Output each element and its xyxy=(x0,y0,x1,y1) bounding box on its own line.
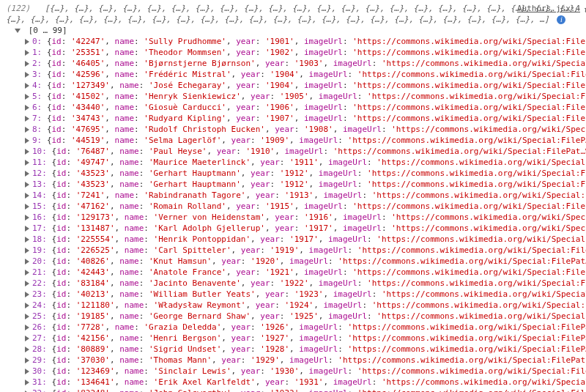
info-icon[interactable]: i xyxy=(557,15,565,24)
row-index: 30: xyxy=(32,366,47,376)
row-index: 25: xyxy=(32,311,47,321)
console-object-row[interactable]: 3: {id: '42596', name: 'Frédéric Mistral… xyxy=(25,69,586,80)
console-object-row[interactable]: 2: {id: '46405', name: 'Bjørnstjerne Bjø… xyxy=(25,58,586,69)
disclosure-triangle-icon[interactable] xyxy=(25,270,29,275)
group-label: [0 … 99] xyxy=(29,26,67,35)
console-object-row[interactable]: 19: {id: '226525', name: 'Carl Spitteler… xyxy=(25,245,586,256)
row-index: 9: xyxy=(32,136,42,145)
row-index: 12: xyxy=(32,169,47,178)
group-0-99[interactable]: [0 … 99] xyxy=(0,25,586,36)
console-object-row[interactable]: 20: {id: '40826', name: 'Knut Hamsun', y… xyxy=(25,256,586,267)
array-length: (122) xyxy=(6,4,30,13)
row-index: 31: xyxy=(32,377,47,387)
disclosure-triangle-icon[interactable] xyxy=(25,160,29,166)
array-preview: [{…}, {…}, {…}, {…}, {…}, {…}, {…}, {…},… xyxy=(45,4,586,13)
row-index: 19: xyxy=(32,245,47,255)
disclosure-triangle-icon[interactable] xyxy=(25,50,29,56)
console-object-row[interactable]: 18: {id: '225554', name: 'Henrik Pontopp… xyxy=(25,234,586,245)
console-object-row[interactable]: 1: {id: '25351', name: 'Theodor Mommsen'… xyxy=(25,47,586,58)
console-object-row[interactable]: 6: {id: '43440', name: 'Giosuè Carducci'… xyxy=(25,102,586,113)
row-index: 17: xyxy=(32,223,47,233)
console-object-row[interactable]: 12: {id: '43523', name: 'Gerhart Hauptma… xyxy=(25,168,586,179)
row-index: 10: xyxy=(32,147,47,156)
row-index: 3: xyxy=(32,70,42,79)
console-object-row[interactable]: 30: {id: '123469', name: 'Sinclair Lewis… xyxy=(25,366,586,377)
row-index: 22: xyxy=(32,278,47,288)
disclosure-triangle-icon[interactable] xyxy=(25,336,29,341)
row-index: 13: xyxy=(32,180,47,189)
console-object-row[interactable]: 32: {id: '82248', name: 'John Galsworthy… xyxy=(25,388,586,392)
disclosure-triangle-icon[interactable] xyxy=(25,347,29,352)
console-object-row[interactable]: 25: {id: '19185', name: 'George Bernard … xyxy=(25,311,586,322)
console-object-row[interactable]: 22: {id: '83184', name: 'Jacinto Benaven… xyxy=(25,278,586,289)
row-index: 6: xyxy=(32,103,42,112)
row-index: 0: xyxy=(32,37,42,46)
row-index: 11: xyxy=(32,158,47,167)
disclosure-triangle-icon[interactable] xyxy=(25,314,29,319)
disclosure-triangle-icon[interactable] xyxy=(25,61,29,67)
console-object-row[interactable]: 14: {id: '7241', name: 'Rabindranath Tag… xyxy=(25,190,586,201)
array-preview-continued: {…}, {…}, {…}, {…}, {…}, {…}, {…}, {…}, … xyxy=(6,15,549,24)
console-object-row[interactable]: 0: {id: '42247', name: 'Sully Prudhomme'… xyxy=(25,36,586,47)
console-object-row[interactable]: 29: {id: '37030', name: 'Thomas Mann', y… xyxy=(25,355,586,366)
disclosure-triangle-icon[interactable] xyxy=(25,149,29,155)
disclosure-triangle-icon[interactable] xyxy=(25,248,29,254)
console-object-row[interactable]: 27: {id: '42156', name: 'Henri Bergson',… xyxy=(25,333,586,344)
disclosure-triangle-icon[interactable] xyxy=(25,369,29,374)
disclosure-triangle-icon[interactable] xyxy=(25,325,29,330)
console-object-row[interactable]: 23: {id: '40213', name: 'William Butler … xyxy=(25,289,586,300)
console-object-row[interactable]: 11: {id: '49747', name: 'Maurice Maeterl… xyxy=(25,157,586,168)
console-object-row[interactable]: 5: {id: '41502', name: 'Henryk Sienkiewi… xyxy=(25,91,586,102)
disclosure-triangle-icon[interactable] xyxy=(25,237,29,243)
console-object-row[interactable]: 26: {id: '7728', name: 'Grazia Deledda',… xyxy=(25,322,586,333)
disclosure-triangle-icon[interactable] xyxy=(25,39,29,45)
console-object-row[interactable]: 16: {id: '129173', name: 'Verner von Hei… xyxy=(25,212,586,223)
disclosure-triangle-icon[interactable] xyxy=(25,116,29,122)
console-object-row[interactable]: 31: {id: '134641', name: 'Erik Axel Karl… xyxy=(25,377,586,388)
disclosure-triangle-icon[interactable] xyxy=(25,171,29,177)
row-index: 4: xyxy=(32,81,42,90)
disclosure-triangle-icon[interactable] xyxy=(25,94,29,100)
disclosure-triangle-icon[interactable] xyxy=(25,182,29,188)
row-index: 26: xyxy=(32,322,47,332)
row-index: 20: xyxy=(32,256,47,266)
console-object-row[interactable]: 21: {id: '42443', name: 'Anatole France'… xyxy=(25,267,586,278)
disclosure-triangle-icon[interactable] xyxy=(25,204,29,210)
disclosure-triangle-icon[interactable] xyxy=(25,127,29,133)
console-object-row[interactable]: 9: {id: '44519', name: 'Selma Lagerlöf',… xyxy=(25,135,586,146)
console-object-row[interactable]: 13: {id: '43523', name: 'Gerhart Hauptma… xyxy=(25,179,586,190)
disclosure-triangle-icon[interactable] xyxy=(25,358,29,363)
console-object-row[interactable]: 15: {id: '47162', name: 'Romain Rolland'… xyxy=(25,201,586,212)
disclosure-triangle-icon[interactable] xyxy=(25,138,29,144)
row-index: 24: xyxy=(32,300,47,310)
row-index: 15: xyxy=(32,201,47,211)
row-index: 32: xyxy=(32,388,47,392)
disclosure-triangle-icon[interactable] xyxy=(15,29,21,33)
disclosure-triangle-icon[interactable] xyxy=(25,259,29,265)
row-index: 1: xyxy=(32,48,42,57)
disclosure-triangle-icon[interactable] xyxy=(25,215,29,221)
row-index: 21: xyxy=(32,267,47,277)
disclosure-triangle-icon[interactable] xyxy=(25,281,29,286)
console-object-row[interactable]: 10: {id: '76487', name: 'Paul Heyse', ye… xyxy=(25,146,586,157)
row-index: 7: xyxy=(32,114,42,123)
row-index: 8: xyxy=(32,125,42,134)
row-index: 29: xyxy=(32,355,47,365)
disclosure-triangle-icon[interactable] xyxy=(25,193,29,199)
row-index: 28: xyxy=(32,344,47,354)
console-object-row[interactable]: 28: {id: '80889', name: 'Sigrid Undset',… xyxy=(25,344,586,355)
console-object-row[interactable]: 4: {id: '127349', name: 'José Echegaray'… xyxy=(25,80,586,91)
row-index: 2: xyxy=(32,59,42,68)
disclosure-triangle-icon[interactable] xyxy=(25,292,29,297)
console-object-row[interactable]: 7: {id: '34743', name: 'Rudyard Kipling'… xyxy=(25,113,586,124)
disclosure-triangle-icon[interactable] xyxy=(25,380,29,385)
disclosure-triangle-icon[interactable] xyxy=(25,72,29,78)
console-object-row[interactable]: 8: {id: '47695', name: 'Rudolf Christoph… xyxy=(25,124,586,135)
console-object-row[interactable]: 17: {id: '131487', name: 'Karl Adolph Gj… xyxy=(25,223,586,234)
console-object-row[interactable]: 24: {id: '121180', name: 'Władysław Reym… xyxy=(25,300,586,311)
disclosure-triangle-icon[interactable] xyxy=(25,105,29,111)
disclosure-triangle-icon[interactable] xyxy=(25,226,29,232)
disclosure-triangle-icon[interactable] xyxy=(25,83,29,89)
row-index: 16: xyxy=(32,212,47,222)
disclosure-triangle-icon[interactable] xyxy=(25,303,29,308)
